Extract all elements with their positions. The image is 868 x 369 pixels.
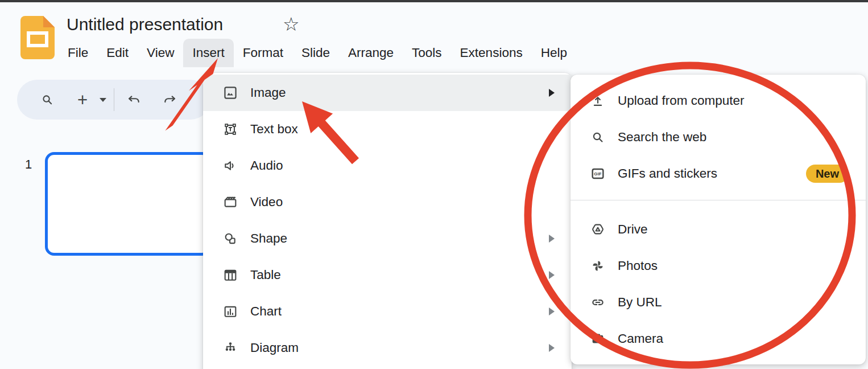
menu-item-video[interactable]: Video (203, 184, 572, 220)
menu-item-label: Chart (250, 304, 282, 319)
submenu-item-label: Search the web (618, 130, 706, 145)
menu-slide[interactable]: Slide (292, 39, 339, 67)
new-badge: New (806, 165, 849, 183)
svg-text:GIF: GIF (594, 171, 602, 177)
toolbar: + (17, 80, 210, 120)
menu-item-label: Text box (250, 122, 298, 137)
slide-thumbnail[interactable] (45, 152, 211, 256)
menu-item-audio[interactable]: Audio (203, 147, 572, 184)
link-icon (589, 294, 606, 311)
menu-help[interactable]: Help (532, 39, 576, 67)
submenu-divider (571, 200, 866, 200)
submenu-item-label: GIFs and stickers (618, 166, 717, 181)
diagram-icon (222, 339, 239, 356)
redo-icon[interactable] (160, 90, 179, 109)
menu-tools[interactable]: Tools (403, 39, 451, 67)
browser-edge-strip (0, 0, 868, 2)
menu-item-label: Video (250, 195, 283, 210)
toolbar-divider (114, 88, 114, 111)
gif-icon: GIF (589, 165, 606, 182)
submenu-arrow-icon (549, 89, 555, 97)
menu-format[interactable]: Format (234, 39, 292, 67)
search-icon[interactable] (38, 90, 57, 109)
submenu-item-label: Camera (618, 331, 663, 346)
menu-file[interactable]: File (59, 39, 97, 67)
menubar: File Edit View Insert Format Slide Arran… (59, 39, 576, 67)
shape-icon (222, 230, 239, 247)
menu-item-label: Shape (250, 231, 287, 246)
upload-icon (589, 92, 606, 109)
submenu-item-photos[interactable]: Photos (571, 248, 866, 284)
search-icon (589, 129, 606, 146)
camera-icon (589, 330, 606, 347)
document-title[interactable]: Untitled presentation (67, 15, 223, 34)
submenu-item-search-the-web[interactable]: Search the web (571, 119, 866, 155)
submenu-item-label: Upload from computer (618, 93, 745, 108)
menu-extensions[interactable]: Extensions (451, 39, 532, 67)
menu-item-label: Diagram (250, 341, 299, 355)
menu-item-image[interactable]: Image (203, 75, 572, 111)
submenu-item-label: By URL (618, 295, 662, 310)
menu-item-label: Image (250, 85, 286, 100)
menu-item-shape[interactable]: Shape (203, 220, 572, 257)
new-slide-dropdown-caret[interactable] (97, 90, 109, 109)
video-icon (222, 194, 239, 211)
text-box-icon (222, 121, 239, 138)
submenu-item-camera[interactable]: Camera (571, 321, 866, 357)
menu-item-label: Audio (250, 158, 283, 173)
chart-icon (222, 303, 239, 320)
table-icon (222, 266, 239, 284)
submenu-item-upload-from-computer[interactable]: Upload from computer (571, 83, 866, 119)
submenu-arrow-icon (549, 235, 555, 243)
image-icon (222, 84, 239, 101)
new-slide-plus-icon[interactable]: + (73, 90, 92, 109)
photos-icon (589, 257, 606, 274)
insert-menu-panel: Image Text box (203, 73, 572, 369)
menu-insert[interactable]: Insert (183, 39, 233, 67)
image-submenu-panel: Upload from computer Search the web GIF … (571, 75, 866, 364)
menu-item-table[interactable]: Table (203, 257, 572, 293)
menu-item-label: Table (250, 268, 281, 282)
audio-icon (222, 157, 239, 174)
menu-arrange[interactable]: Arrange (339, 39, 403, 67)
submenu-item-label: Photos (618, 259, 658, 273)
menu-item-chart[interactable]: Chart (203, 293, 572, 330)
submenu-arrow-icon (549, 344, 555, 352)
drive-icon (589, 221, 606, 238)
google-slides-window: Untitled presentation ☆ File Edit View I… (0, 0, 868, 369)
google-slides-logo[interactable] (20, 16, 55, 59)
undo-icon[interactable] (125, 90, 144, 109)
submenu-item-label: Drive (618, 222, 648, 237)
menu-view[interactable]: View (138, 39, 183, 67)
submenu-arrow-icon (549, 271, 555, 279)
submenu-item-by-url[interactable]: By URL (571, 284, 866, 321)
slide-number: 1 (25, 157, 32, 172)
submenu-arrow-icon (549, 308, 555, 315)
menu-edit[interactable]: Edit (97, 39, 138, 67)
submenu-item-gifs-and-stickers[interactable]: GIF GIFs and stickers New (571, 155, 866, 192)
star-icon[interactable]: ☆ (283, 15, 300, 34)
menu-item-text-box[interactable]: Text box (203, 111, 572, 147)
menu-item-diagram[interactable]: Diagram (203, 330, 572, 366)
submenu-item-drive[interactable]: Drive (571, 211, 866, 248)
